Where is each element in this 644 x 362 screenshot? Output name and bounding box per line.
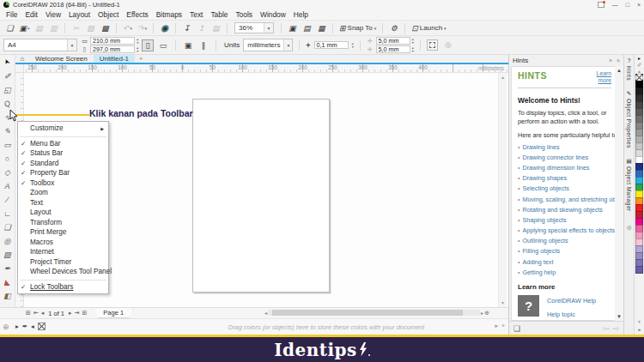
polygon-tool[interactable]: ◇ xyxy=(2,166,14,178)
ruler-origin[interactable] xyxy=(15,64,24,73)
palette-flyout-icon[interactable]: ▸ xyxy=(638,56,641,62)
artistic-media-tool[interactable]: ✎ xyxy=(2,125,14,136)
hint-topic-link[interactable]: Moving, scaling, and stretching objects xyxy=(518,194,611,204)
drop-shadow-tool[interactable]: ❏ xyxy=(2,221,14,232)
page-size-combo[interactable]: A4 ▼ xyxy=(3,39,77,51)
menu-item[interactable]: Object xyxy=(98,10,118,19)
publish-pdf-button[interactable]: ▤ xyxy=(210,22,222,34)
add-page-icon[interactable]: ⊞ xyxy=(82,310,87,317)
duplicate-x-field[interactable]: 5,0 mm xyxy=(376,37,410,45)
scroll-left-icon[interactable]: ◂ xyxy=(31,323,34,330)
menu-item[interactable]: Bitmaps xyxy=(156,10,182,19)
tab-welcome-screen[interactable]: Welcome Screen xyxy=(29,55,94,63)
status-plus-icon[interactable]: ⊕ xyxy=(3,323,9,331)
units-combo[interactable]: millimeters ▼ xyxy=(243,39,293,51)
redo-button[interactable]: ↷ xyxy=(136,22,149,34)
menu-item-internet[interactable]: Internet xyxy=(18,247,108,257)
snap-to-button[interactable]: ⊞ Snap To xyxy=(337,24,378,33)
previous-page-icon[interactable]: ◂ xyxy=(41,310,45,317)
menu-item-wheel-devices[interactable]: Wheel Devices Tool Panel xyxy=(18,267,108,277)
chevron-down-icon[interactable]: ▼ xyxy=(264,23,273,33)
hint-topic-link[interactable]: Applying special effects to objects xyxy=(518,226,611,236)
menu-item[interactable]: Effects xyxy=(126,10,148,19)
menu-item-customize[interactable]: Customize xyxy=(18,124,108,134)
scroll-up-icon[interactable]: ▲ xyxy=(501,75,505,80)
zoom-level-combo[interactable]: 36% ▼ xyxy=(234,22,274,33)
open-button[interactable]: ▣ xyxy=(18,22,31,34)
hint-topic-link[interactable]: Adding text xyxy=(518,256,611,267)
hint-topic-link[interactable]: Rotating and skewing objects xyxy=(518,204,611,214)
cut-button[interactable]: ✂ xyxy=(70,22,82,34)
menu-item[interactable]: Layout xyxy=(69,10,90,19)
page-height-field[interactable]: 297,0 mm xyxy=(90,45,135,53)
horizontal-ruler[interactable]: 25020015010050050100150200250300350400 m… xyxy=(24,64,508,73)
hint-topic-link[interactable]: Shaping objects xyxy=(518,214,611,225)
add-page-icon[interactable]: ⊞ xyxy=(26,310,31,317)
nudge-stepper[interactable]: ▴▾ xyxy=(352,42,354,49)
hint-topic-link[interactable]: Drawing lines xyxy=(518,142,611,152)
height-stepper[interactable]: ▴▾ xyxy=(137,46,138,53)
scroll-down-icon[interactable]: ▼ xyxy=(501,300,505,305)
interactive-fill-tool[interactable]: ◣ xyxy=(2,276,14,287)
width-stepper[interactable]: ▴▾ xyxy=(137,38,138,45)
crop-tool[interactable]: ◱ xyxy=(2,84,14,95)
show-grid-button[interactable]: ▦ xyxy=(315,22,328,34)
eyedropper-icon[interactable]: ✒ xyxy=(22,323,27,330)
menu-item[interactable]: Text xyxy=(190,10,203,19)
document-page[interactable] xyxy=(192,99,330,293)
menu-item[interactable]: Table xyxy=(210,10,228,19)
forward-arrow-icon[interactable]: ⇨ xyxy=(612,324,619,333)
menu-item-zoom[interactable]: Zoom xyxy=(18,188,108,198)
no-color-swatch[interactable] xyxy=(38,323,46,330)
collapse-docker-icon[interactable]: » xyxy=(609,57,612,63)
rectangle-tool[interactable]: ▭ xyxy=(2,139,14,150)
hint-topic-link[interactable]: Drawing connector lines xyxy=(518,152,611,162)
palette-flyout-icon[interactable]: ▸ xyxy=(15,323,19,330)
menu-item-menu-bar[interactable]: Menu Bar xyxy=(18,139,108,149)
portrait-button[interactable]: ▯ xyxy=(142,39,154,51)
duplicate-y-stepper[interactable]: ▴▾ xyxy=(412,46,414,53)
export-button[interactable]: ↥ xyxy=(195,22,208,34)
menu-item[interactable]: Window xyxy=(260,10,286,19)
menu-item-layout[interactable]: Layout xyxy=(18,208,108,218)
search-content-button[interactable]: ◉ xyxy=(158,22,171,34)
menu-item[interactable]: Edit xyxy=(26,10,38,19)
account-icon[interactable] xyxy=(598,2,605,8)
horizontal-scrollbar[interactable]: ◂ ▸ ⊕ xyxy=(264,309,489,317)
duplicate-x-stepper[interactable]: ▴▾ xyxy=(412,38,414,45)
minimize-button[interactable]: — xyxy=(612,0,618,9)
menu-item-text[interactable]: Text xyxy=(18,198,108,208)
close-button[interactable]: × xyxy=(637,0,641,9)
menu-item[interactable]: View xyxy=(46,10,61,19)
menu-item-toolbox[interactable]: Toolbox xyxy=(18,178,108,189)
zoom-tool[interactable]: Ϙ xyxy=(2,98,14,109)
chevron-down-icon[interactable]: ▼ xyxy=(283,39,292,51)
new-document-tab-button[interactable]: + xyxy=(135,55,147,63)
page-tab[interactable]: Page 1 xyxy=(94,309,133,318)
menu-item-lock-toolbars[interactable]: Lock Toolbars xyxy=(18,282,108,293)
menu-item-transform[interactable]: Transform xyxy=(18,218,108,228)
color-swatch[interactable] xyxy=(635,266,643,274)
home-icon[interactable]: ⌂ xyxy=(15,55,29,63)
pick-tool[interactable]: ➤ xyxy=(2,57,14,68)
shape-tool[interactable]: ✐ xyxy=(2,70,14,81)
pan-zoom-icon[interactable]: ⊕ xyxy=(484,310,489,317)
all-pages-button[interactable]: ▣ xyxy=(182,39,194,51)
vertical-scrollbar[interactable]: ▲ ▼ xyxy=(498,73,507,307)
options-button[interactable]: ⚙ xyxy=(387,22,400,34)
back-arrow-icon[interactable]: ⇦ xyxy=(603,324,610,333)
menu-item-property-bar[interactable]: Property Bar xyxy=(18,168,108,178)
contour-tool[interactable]: ◎ xyxy=(2,235,14,246)
palette-eyedropper-icon[interactable]: ✐ xyxy=(637,62,641,69)
menu-item-standard[interactable]: Standard xyxy=(18,159,108,169)
palette-expand-icon[interactable]: » xyxy=(638,327,641,333)
new-document-button[interactable]: ❏ xyxy=(3,22,16,34)
text-tool[interactable]: A xyxy=(2,180,14,191)
treat-as-filled-button[interactable] xyxy=(427,39,438,51)
undo-button[interactable]: ↶ xyxy=(121,22,134,34)
import-button[interactable]: ↧ xyxy=(180,22,193,34)
scroll-right-icon[interactable]: ▸ xyxy=(481,310,483,316)
add-docker-icon[interactable]: ⊕ xyxy=(626,224,632,232)
menu-item-status-bar[interactable]: Status Bar xyxy=(18,148,108,159)
show-rulers-button[interactable]: ▤ xyxy=(301,22,313,34)
